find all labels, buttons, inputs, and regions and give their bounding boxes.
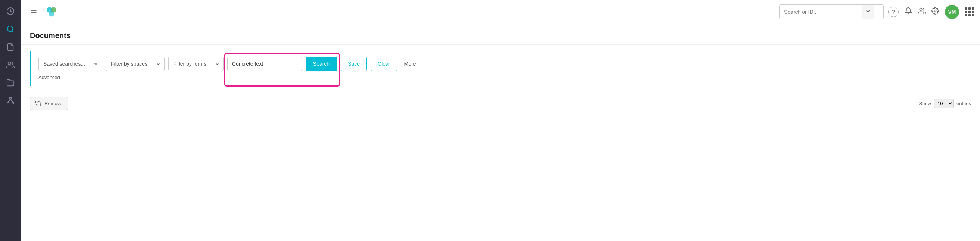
- users-icon[interactable]: [918, 7, 926, 16]
- sidebar-item-search[interactable]: [2, 21, 19, 37]
- filter-row: Saved searches... Filter by spaces: [38, 57, 965, 71]
- saved-searches-dropdown[interactable]: Saved searches...: [38, 57, 102, 71]
- svg-point-16: [920, 8, 922, 11]
- show-entries: Show 10 25 50 100 entries: [919, 99, 971, 108]
- entries-label: entries: [956, 101, 971, 106]
- saved-searches-label: Saved searches...: [39, 61, 89, 67]
- filter-forms-label: Filter by forms: [169, 61, 211, 67]
- svg-line-7: [8, 99, 10, 102]
- global-search-bar: [779, 5, 884, 19]
- bottom-row: Remove Show 10 25 50 100 entries: [21, 92, 980, 114]
- svg-point-5: [12, 102, 14, 105]
- svg-point-1: [8, 26, 13, 32]
- search-highlight-wrapper: Search: [227, 57, 337, 71]
- filter-forms-arrow-icon: [211, 57, 223, 70]
- svg-point-4: [10, 97, 11, 100]
- search-button[interactable]: Search: [305, 57, 337, 71]
- sidebar: [0, 0, 21, 241]
- svg-point-3: [8, 62, 11, 65]
- svg-point-6: [7, 102, 10, 105]
- avatar-initials: VM: [948, 9, 956, 15]
- remove-label: Remove: [45, 101, 62, 106]
- menu-button[interactable]: [27, 4, 40, 19]
- sidebar-item-users[interactable]: [2, 57, 19, 73]
- page-content: Documents Saved searches... Filter by sp…: [21, 24, 980, 241]
- filter-spaces-dropdown[interactable]: Filter by spaces: [106, 57, 165, 71]
- help-icon[interactable]: ?: [888, 7, 899, 17]
- avatar[interactable]: VM: [945, 5, 959, 19]
- remove-button[interactable]: Remove: [30, 97, 68, 110]
- entries-select[interactable]: 10 25 50 100: [934, 99, 953, 108]
- clear-button[interactable]: Clear: [371, 57, 397, 71]
- search-dropdown-button[interactable]: [862, 5, 874, 19]
- filter-area: Saved searches... Filter by spaces: [30, 51, 971, 86]
- sidebar-item-dashboard[interactable]: [2, 3, 19, 19]
- filter-forms-dropdown[interactable]: Filter by forms: [168, 57, 224, 71]
- sidebar-item-network[interactable]: [2, 92, 19, 109]
- filter-spaces-arrow-icon: [152, 57, 164, 70]
- advanced-link[interactable]: Advanced: [38, 75, 965, 80]
- notification-icon[interactable]: [905, 7, 912, 16]
- saved-searches-arrow-icon: [89, 57, 102, 70]
- sidebar-item-documents[interactable]: [2, 39, 19, 55]
- svg-line-2: [12, 30, 13, 32]
- show-label: Show: [919, 101, 931, 106]
- topnav-icons: ? VM: [888, 5, 974, 19]
- sidebar-item-files[interactable]: [2, 75, 19, 91]
- more-button[interactable]: More: [401, 61, 419, 67]
- page-header: Documents: [21, 24, 980, 45]
- svg-text:a: a: [48, 8, 51, 13]
- logo[interactable]: a: [45, 5, 58, 19]
- filter-spaces-label: Filter by spaces: [107, 61, 152, 67]
- svg-point-17: [934, 10, 936, 12]
- concrete-text-input[interactable]: [227, 57, 302, 71]
- topnav: a ?: [21, 0, 980, 24]
- settings-icon[interactable]: [931, 7, 939, 16]
- global-search-input[interactable]: [780, 9, 862, 15]
- save-button[interactable]: Save: [341, 57, 367, 71]
- main-wrapper: a ?: [21, 0, 980, 241]
- apps-grid-icon[interactable]: [965, 8, 974, 16]
- page-title: Documents: [30, 31, 971, 40]
- svg-line-8: [10, 99, 13, 102]
